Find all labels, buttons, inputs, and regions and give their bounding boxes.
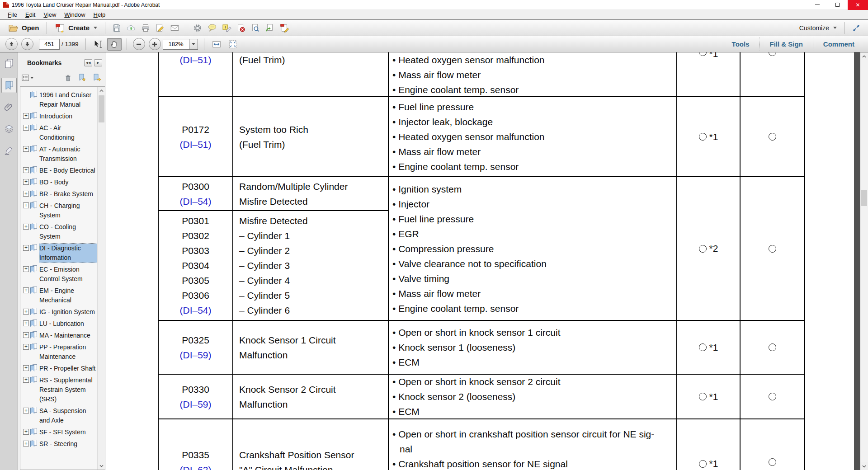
expand-plus-icon[interactable]: + xyxy=(23,429,29,435)
expand-plus-icon[interactable]: + xyxy=(23,125,29,131)
bookmark-item[interactable]: +EC - Emission Control System xyxy=(23,264,97,285)
bookmark-label[interactable]: Introduction xyxy=(39,112,72,121)
bookmark-options-button[interactable] xyxy=(22,74,34,84)
bookmark-item[interactable]: +CO - Cooling System xyxy=(23,221,97,243)
dtc-ref-link[interactable]: (DI–51) xyxy=(159,52,232,67)
scroll-up-button[interactable] xyxy=(98,87,105,94)
bookmark-item[interactable]: +RS - Supplemental Restrain System (SRS) xyxy=(23,375,97,405)
expand-plus-icon[interactable]: + xyxy=(23,179,29,185)
select-tool-button[interactable] xyxy=(91,38,105,51)
signatures-panel-button[interactable] xyxy=(1,143,17,158)
bookmark-item[interactable]: +BE - Body Electrical xyxy=(23,165,97,177)
expand-plus-icon[interactable]: + xyxy=(23,320,29,326)
bookmark-item[interactable]: +BR - Brake System xyxy=(23,188,97,200)
bookmark-label[interactable]: LU - Lubrication xyxy=(39,319,84,329)
bookmark-item[interactable]: +LU - Lubrication xyxy=(23,318,97,330)
dtc-ref-link[interactable]: (DI–59) xyxy=(159,348,232,362)
expand-panes-button[interactable] xyxy=(849,21,863,35)
bookmark-item[interactable]: +SR - Steering xyxy=(23,438,97,450)
doc-scroll-up-button[interactable] xyxy=(860,52,868,60)
bookmark-item[interactable]: +Introduction xyxy=(23,111,97,122)
doc-scrollbar-thumb[interactable] xyxy=(861,190,867,206)
bookmarks-panel-button[interactable] xyxy=(1,78,17,93)
bookmark-item[interactable]: +PP - Preparation Maintenance xyxy=(23,342,97,363)
bookmark-label[interactable]: BE - Body Electrical xyxy=(39,166,95,175)
cloud-upload-button[interactable] xyxy=(124,21,138,35)
bookmark-label[interactable]: SF - SFI System xyxy=(39,428,86,437)
page-number-input[interactable] xyxy=(39,39,60,50)
dtc-ref-link[interactable]: (DI–62) xyxy=(159,462,232,470)
bookmark-item[interactable]: +MA - Maintenance xyxy=(23,330,97,342)
bookmark-item[interactable]: +DI - Diagnostic Information xyxy=(23,243,97,264)
bookmark-item[interactable]: +IG - Ignition System xyxy=(23,306,97,318)
expand-plus-icon[interactable]: + xyxy=(23,441,29,446)
expand-plus-icon[interactable]: + xyxy=(23,344,29,350)
expand-plus-icon[interactable]: + xyxy=(23,245,29,251)
text-note-button[interactable]: T xyxy=(219,21,234,35)
bookmark-label[interactable]: BO - Body xyxy=(39,178,69,187)
dtc-ref-link[interactable]: (DI–59) xyxy=(159,397,232,412)
search-doc-button[interactable] xyxy=(248,21,263,35)
layers-panel-button[interactable] xyxy=(1,121,17,136)
bookmark-label[interactable]: PP - Preparation Maintenance xyxy=(39,343,97,362)
bookmarks-scrollbar[interactable] xyxy=(97,87,105,470)
doc-scroll-down-button[interactable] xyxy=(860,462,868,470)
menu-file[interactable]: File xyxy=(4,10,21,19)
dtc-ref-link[interactable]: (DI–51) xyxy=(159,137,232,152)
new-bookmark-button[interactable] xyxy=(78,73,87,84)
bookmark-label-selected[interactable]: DI - Diagnostic Information xyxy=(39,244,97,263)
bookmark-label[interactable]: BR - Brake System xyxy=(39,189,93,199)
tab-comment[interactable]: Comment xyxy=(813,36,864,52)
document-scrollbar[interactable] xyxy=(860,52,868,470)
bookmark-label[interactable]: AC - Air Conditioning xyxy=(39,123,97,142)
bookmark-item[interactable]: +AT - Automatic Transmission xyxy=(23,144,97,165)
save-button[interactable] xyxy=(109,21,124,35)
expand-plus-icon[interactable]: + xyxy=(23,377,29,383)
menu-view[interactable]: View xyxy=(39,10,60,19)
expand-plus-icon[interactable]: + xyxy=(23,224,29,230)
attachments-panel-button[interactable] xyxy=(1,99,17,115)
comment-bubble-button[interactable] xyxy=(205,21,219,35)
bookmark-label[interactable]: EM - Engine Mechanical xyxy=(39,286,97,305)
expand-plus-icon[interactable]: + xyxy=(23,365,29,371)
expand-plus-icon[interactable]: + xyxy=(23,146,29,152)
zoom-in-button[interactable] xyxy=(149,38,161,50)
customize-button[interactable]: Customize xyxy=(796,23,840,33)
zoom-out-button[interactable] xyxy=(133,38,145,50)
bookmark-label[interactable]: CH - Charging System xyxy=(39,201,97,220)
bookmark-label[interactable]: SR - Steering xyxy=(39,439,77,449)
expand-plus-icon[interactable]: + xyxy=(23,167,29,173)
open-button[interactable]: Open xyxy=(5,22,42,34)
expand-plus-icon[interactable]: + xyxy=(23,191,29,197)
collapse-panel-button[interactable]: ◀◀ xyxy=(84,59,92,66)
expand-plus-icon[interactable]: + xyxy=(23,309,29,315)
create-button[interactable]: Create xyxy=(51,22,101,34)
bookmark-item[interactable]: +1996 Land Cruiser Repair Manual xyxy=(23,89,97,111)
minimize-button[interactable] xyxy=(807,0,827,10)
gear-button[interactable] xyxy=(190,21,205,35)
edit-doc-button[interactable] xyxy=(277,21,292,35)
bookmark-item[interactable]: +EM - Engine Mechanical xyxy=(23,285,97,306)
expand-plus-icon[interactable]: + xyxy=(23,113,29,119)
menu-window[interactable]: Window xyxy=(60,10,89,19)
bookmark-label[interactable]: MA - Maintenance xyxy=(39,331,90,340)
fit-page-button[interactable] xyxy=(226,38,240,51)
bookmark-item[interactable]: +SA - Suspension and Axle xyxy=(23,405,97,427)
maximize-button[interactable] xyxy=(827,0,848,10)
bookmark-item[interactable]: +BO - Body xyxy=(23,177,97,188)
sign-button[interactable] xyxy=(153,21,167,35)
remove-doc-button[interactable] xyxy=(234,21,248,35)
page-thumbnails-button[interactable] xyxy=(1,56,17,71)
bookmark-label[interactable]: 1996 Land Cruiser Repair Manual xyxy=(39,90,97,109)
tab-fill-and-sign[interactable]: Fill & Sign xyxy=(760,36,812,52)
new-bookmark-from-selection-button[interactable] xyxy=(92,73,101,84)
previous-page-button[interactable] xyxy=(5,38,18,50)
bookmark-label[interactable]: AT - Automatic Transmission xyxy=(39,145,97,164)
expand-plus-icon[interactable]: + xyxy=(23,202,29,208)
dtc-ref-link[interactable]: (DI–54) xyxy=(159,303,232,318)
bookmark-label[interactable]: EC - Emission Control System xyxy=(39,265,97,284)
bookmark-label[interactable]: PR - Propeller Shaft xyxy=(39,364,96,373)
expand-plus-icon[interactable]: + xyxy=(23,332,29,338)
scroll-down-button[interactable] xyxy=(98,462,105,470)
bookmark-item[interactable]: +SF - SFI System xyxy=(23,427,97,438)
